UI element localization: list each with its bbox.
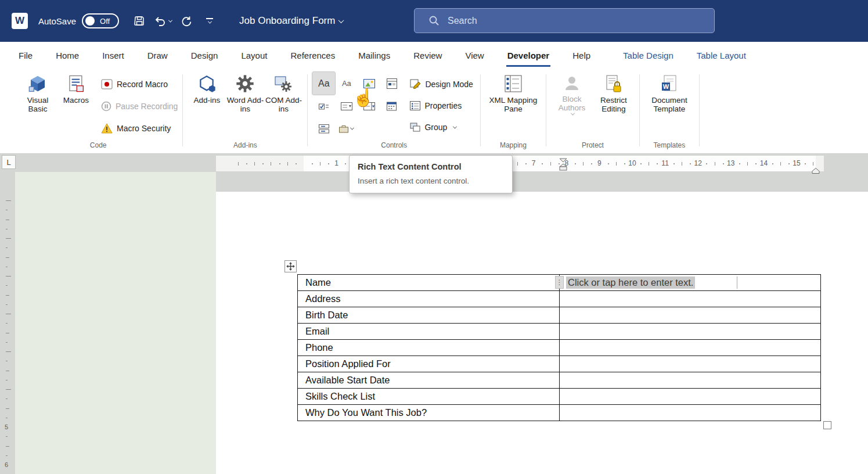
ruler-tick — [271, 162, 271, 166]
search-box[interactable]: Search — [414, 8, 715, 33]
ruler-tick — [296, 163, 297, 164]
table-cell-value[interactable] — [559, 389, 820, 404]
table-row: Phone — [298, 340, 820, 356]
tab-mailings[interactable]: Mailings — [357, 44, 391, 67]
table-cell-value[interactable] — [559, 405, 820, 421]
pause-recording-icon — [101, 101, 111, 112]
vertical-ruler-tick — [6, 455, 8, 456]
record-macro-button[interactable]: Record Macro — [101, 77, 178, 92]
macro-security-button[interactable]: Macro Security — [101, 121, 178, 136]
table-cell-label[interactable]: Available Start Date — [298, 372, 559, 388]
ruler-tick — [690, 163, 691, 164]
table-resize-handle[interactable] — [823, 421, 831, 429]
word-app-window: W AutoSave Off Job Onbo — [0, 0, 868, 474]
mouse-pointer-hand-icon: ☝ — [352, 87, 374, 107]
xml-mapping-pane-button[interactable]: XML Mapping Pane — [485, 70, 541, 113]
document-title[interactable]: Job Onboarding Form — [239, 15, 343, 27]
table-cell-label[interactable]: Phone — [298, 340, 559, 356]
table-cell-value[interactable] — [559, 324, 820, 339]
tab-home[interactable]: Home — [55, 44, 80, 67]
tab-table-layout[interactable]: Table Layout — [696, 44, 747, 67]
word-logo-icon[interactable]: W — [12, 13, 28, 29]
undo-dropdown-icon[interactable] — [168, 18, 172, 22]
indent-marker[interactable] — [559, 158, 568, 174]
table-cell-value[interactable] — [559, 340, 820, 356]
table-cell-label[interactable]: Address — [298, 291, 559, 307]
vertical-ruler-tick — [6, 418, 8, 418]
ruler-tick — [550, 162, 551, 166]
ruler-tick — [682, 162, 682, 166]
tab-developer[interactable]: Developer — [506, 44, 551, 67]
save-button[interactable] — [131, 11, 148, 31]
visual-basic-button[interactable]: Visual Basic — [19, 70, 57, 113]
table-cell-value[interactable] — [559, 372, 820, 388]
tab-help[interactable]: Help — [571, 44, 592, 67]
rich-text-content-control-button[interactable]: Aa — [312, 72, 335, 95]
vertical-ruler-tick — [6, 210, 8, 210]
tab-draw[interactable]: Draw — [146, 44, 169, 67]
ruler-tick — [238, 162, 239, 166]
tab-design[interactable]: Design — [190, 44, 219, 67]
document-page[interactable]: Name⋮Click or tap here to enter text.Add… — [216, 192, 868, 474]
ruler-tick — [575, 163, 576, 164]
table-cell-label[interactable]: Skills Check List — [298, 389, 559, 404]
ruler-number: 9 — [597, 159, 602, 167]
ruler-tick — [657, 163, 658, 164]
group-label-templates: Templates — [644, 141, 694, 153]
table-cell-value[interactable] — [559, 356, 820, 372]
ruler-tick — [739, 163, 740, 164]
tab-view[interactable]: View — [464, 44, 485, 67]
checkbox-content-control-button[interactable] — [312, 95, 335, 117]
table-cell-value[interactable] — [559, 307, 820, 323]
ruler-number: 13 — [727, 159, 734, 167]
legacy-tools-button[interactable] — [335, 117, 358, 140]
design-mode-button[interactable]: Design Mode — [410, 77, 473, 92]
properties-button[interactable]: Properties — [410, 98, 473, 113]
date-picker-content-control-button[interactable] — [380, 95, 403, 117]
tab-references[interactable]: References — [289, 44, 336, 67]
table-cell-value[interactable]: ⋮Click or tap here to enter text. — [559, 275, 820, 290]
tab-stop-selector[interactable]: L — [2, 155, 16, 169]
table-cell-label[interactable]: Birth Date — [298, 307, 559, 323]
restrict-editing-button[interactable]: Restrict Editing — [593, 70, 635, 113]
vertical-ruler-tick — [6, 314, 11, 314]
properties-label: Properties — [424, 101, 462, 110]
word-addins-button[interactable]: Word Add-ins — [226, 70, 264, 113]
tab-insert[interactable]: Insert — [101, 44, 125, 67]
autosave-toggle[interactable]: Off — [82, 13, 119, 28]
group-separator — [639, 74, 640, 146]
table-cell-label[interactable]: Position Applied For — [298, 356, 559, 372]
building-block-gallery-content-control-button[interactable] — [380, 72, 403, 95]
macro-security-warning-icon — [101, 123, 113, 134]
document-template-button[interactable]: W Document Template — [644, 70, 694, 113]
vertical-ruler[interactable]: 5 6 — [2, 173, 14, 474]
table-move-handle[interactable] — [284, 260, 297, 272]
macros-button[interactable]: Macros — [57, 70, 95, 105]
group-button[interactable]: Group — [410, 120, 473, 135]
redo-button[interactable] — [178, 11, 195, 31]
content-control-placeholder[interactable]: Click or tap here to enter text. — [566, 276, 695, 289]
vertical-ruler-tick — [6, 276, 11, 276]
table-cell-label[interactable]: Name — [298, 275, 559, 290]
table-row: Why Do You Want This Job? — [298, 405, 820, 421]
repeating-section-content-control-button[interactable] — [312, 117, 335, 140]
undo-button[interactable] — [154, 11, 172, 31]
table-cell-value[interactable] — [559, 291, 820, 307]
com-addins-button[interactable]: COM Add-ins — [264, 70, 302, 113]
tab-table-design[interactable]: Table Design — [622, 44, 675, 67]
tab-file[interactable]: File — [17, 44, 34, 67]
content-control-boundary — [737, 276, 737, 289]
table-cell-label[interactable]: Why Do You Want This Job? — [298, 405, 559, 421]
vertical-ruler-number: 6 — [5, 461, 8, 468]
addins-button[interactable]: Add-ins — [188, 70, 226, 105]
group-chevron-icon — [453, 124, 457, 128]
tab-layout[interactable]: Layout — [240, 44, 268, 67]
record-macro-label: Record Macro — [117, 80, 168, 89]
tab-review[interactable]: Review — [412, 44, 443, 67]
ruler-tick — [525, 163, 527, 164]
right-indent-marker[interactable] — [812, 166, 820, 176]
tooltip-description: Insert a rich text content control. — [358, 177, 504, 185]
table-cell-label[interactable]: Email — [298, 324, 559, 339]
content-control-handle[interactable]: ⋮ — [555, 276, 564, 289]
customize-quick-access-toolbar-button[interactable] — [201, 11, 218, 31]
